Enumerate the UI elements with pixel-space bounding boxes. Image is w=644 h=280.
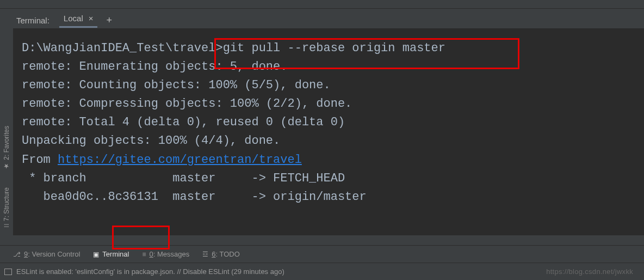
tab-local-label: Local [64,14,83,23]
terminal-command: l>git pull --rebase origin master [208,41,445,55]
top-bar [0,0,644,9]
terminal-line: remote: Counting objects: 100% (5/5), do… [22,76,639,95]
add-tab-icon[interactable]: + [106,15,112,26]
terminal-label: Terminal: [16,16,49,25]
status-icon[interactable] [4,269,12,275]
toolbar-todo[interactable]: ☲ 6: TODO [202,250,240,258]
terminal-prompt: D:\WangJianIDEA_Test\trave [22,41,208,55]
terminal-line: Unpacking objects: 100% (4/4), done. [22,132,639,150]
left-sidebar: ★ 2: Favorites ⁞⁞ 7: Structure [0,28,13,236]
tab-local[interactable]: Local × [59,13,98,28]
toolbar-messages[interactable]: ≡ 0: Messages [142,250,189,258]
messages-icon: ≡ [142,251,146,258]
terminal-line: remote: Enumerating objects: 5, done. [22,58,639,76]
terminal-icon: ▣ [93,251,99,258]
structure-icon: ⁞⁞ [3,223,10,228]
terminal-line: * branch master -> FETCH_HEAD [22,169,639,188]
sidebar-structure[interactable]: ⁞⁞ 7: Structure [0,184,13,231]
toolbar-terminal-label: Terminal [102,250,129,258]
sidebar-structure-label: 7: Structure [3,187,10,221]
branch-icon: ⎇ [13,251,21,258]
close-tab-icon[interactable]: × [89,14,94,23]
toolbar-messages-label: 0: Messages [149,250,189,258]
toolbar-version-control[interactable]: ⎇ 9: Version Control [13,250,80,258]
status-message: ESLint is enabled: 'eslintConfig' is in … [16,267,284,276]
todo-icon: ☲ [202,251,208,258]
toolbar-vc-label: 9: Version Control [24,250,80,258]
terminal-header: Terminal: Local × + [0,9,644,28]
from-prefix: From [22,153,58,167]
repo-link[interactable]: https://gitee.com/greentran/travel [58,153,302,167]
sidebar-favorites[interactable]: ★ 2: Favorites [0,123,13,173]
terminal-line: remote: Compressing objects: 100% (2/2),… [22,95,639,113]
toolbar-todo-label: 6: TODO [212,250,240,258]
watermark: https://blog.csdn.net/jwxkk [546,267,633,276]
terminal-line: remote: Total 4 (delta 0), reused 0 (del… [22,113,639,132]
terminal-output[interactable]: D:\WangJianIDEA_Test\travel>git pull --r… [0,28,644,235]
star-icon: ★ [3,162,10,170]
sidebar-favorites-label: 2: Favorites [3,126,10,160]
status-bar: ESLint is enabled: 'eslintConfig' is in … [0,263,644,280]
bottom-toolbar: ⎇ 9: Version Control ▣ Terminal ≡ 0: Mes… [0,245,644,263]
terminal-line: bea0d0c..8c36131 master -> origin/master [22,188,639,206]
toolbar-terminal[interactable]: ▣ Terminal [93,250,129,258]
